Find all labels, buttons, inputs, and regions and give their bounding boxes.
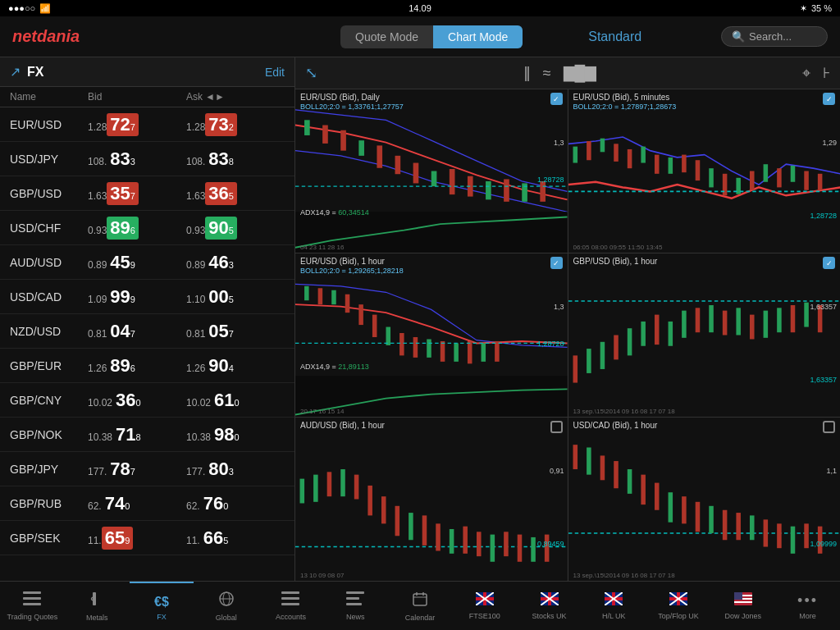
nav-item-calendar[interactable]: Calendar: [388, 582, 453, 630]
svg-rect-9: [450, 169, 455, 194]
nav-item-metals[interactable]: Metals: [65, 582, 130, 630]
fx-ask-price: 1.26 904: [186, 354, 285, 377]
mode-switcher: Quote Mode Chart Mode: [340, 25, 523, 48]
svg-rect-25: [668, 158, 673, 174]
expand-icon[interactable]: ⤡: [305, 64, 317, 82]
fx-row-gbp-eur[interactable]: GBP/EUR 1.26 896 1.26 904: [0, 349, 294, 383]
nav-item-dow-jones[interactable]: Dow Jones: [710, 582, 775, 630]
svg-rect-58: [573, 355, 578, 382]
chart-cell-1[interactable]: EUR/USD (Bid), 5 minutes BOLL20;2:0 = 1,…: [568, 89, 841, 253]
nav-item-topflop-uk[interactable]: Top/Flop UK: [646, 582, 711, 630]
bluetooth-icon: ✶: [800, 3, 807, 14]
chart-cell-4[interactable]: AUD/USD (Bid), 1 hour 0,91 0,89459 13 10…: [295, 418, 568, 581]
fx-bid-price: 62. 740: [88, 492, 186, 515]
fx-panel-title: FX: [27, 65, 43, 80]
chart-cell-3[interactable]: GBP/USD (Bid), 1 hour ✓ 1,63357 1,63357 …: [568, 253, 841, 417]
svg-rect-68: [709, 305, 714, 332]
svg-rect-62: [627, 328, 632, 355]
fx-row-gbp-jpy[interactable]: GBP/JPY 177. 787 177. 803: [0, 452, 294, 486]
nav-icon-accounts: [281, 591, 299, 610]
svg-rect-102: [600, 455, 605, 480]
svg-rect-91: [463, 527, 468, 554]
crosshair-icon[interactable]: ⌖: [802, 65, 810, 82]
header: netdania Quote Mode Chart Mode Standard …: [0, 16, 840, 57]
svg-rect-36: [817, 174, 822, 190]
nav-item-hl-uk[interactable]: H/L UK: [582, 582, 646, 630]
svg-rect-73: [777, 308, 782, 332]
nav-item-more[interactable]: ••• More: [775, 582, 840, 630]
svg-rect-33: [777, 168, 782, 187]
svg-rect-60: [600, 342, 605, 369]
svg-rect-46: [399, 333, 404, 355]
nav-label-metals: Metals: [86, 614, 108, 622]
fx-row-gbp-cny[interactable]: GBP/CNY 10.02 360 10.02 610: [0, 383, 294, 418]
signal-icon: ●●●○○: [8, 3, 35, 13]
chart-checkbox-4[interactable]: [550, 421, 563, 433]
chart-mode-button[interactable]: Chart Mode: [433, 25, 523, 48]
fx-panel-header: ↗ FX Edit: [0, 57, 294, 87]
chart-level-0: 1,28728: [537, 176, 564, 184]
nav-item-fx[interactable]: €$ FX: [130, 582, 194, 630]
svg-rect-63: [641, 322, 646, 346]
svg-rect-129: [346, 591, 364, 594]
fx-row-gbp-usd[interactable]: GBP/USD 1.63 357 1.63 365: [0, 176, 294, 211]
chart-checkbox-5[interactable]: [823, 421, 835, 433]
svg-rect-94: [504, 532, 509, 556]
chart-checkbox-0[interactable]: ✓: [550, 93, 563, 105]
fx-row-usd-jpy[interactable]: USD/JPY 108. 833 108. 838: [0, 142, 294, 176]
quote-mode-button[interactable]: Quote Mode: [340, 25, 433, 48]
status-right: ✶ 35 %: [800, 3, 832, 14]
svg-rect-160: [734, 592, 742, 600]
fx-row-usd-chf[interactable]: USD/CHF 0.93 896 0.93 905: [0, 211, 294, 245]
svg-rect-121: [23, 603, 41, 605]
fx-row-gbp-nok[interactable]: GBP/NOK 10.38 718 10.38 980: [0, 418, 294, 452]
search-bar[interactable]: 🔍 Search...: [721, 26, 828, 47]
svg-rect-59: [587, 349, 591, 373]
chart-checkbox-3[interactable]: ✓: [823, 257, 835, 269]
svg-rect-23: [641, 147, 646, 163]
fx-row-nzd-usd[interactable]: NZD/USD 0.81 047 0.81 057: [0, 314, 294, 349]
fx-row-aud-usd[interactable]: AUD/USD 0.89 459 0.89 463: [0, 245, 294, 280]
svg-rect-106: [654, 483, 659, 510]
nav-icon-more: •••: [797, 592, 818, 609]
svg-rect-108: [682, 496, 687, 523]
svg-rect-67: [695, 308, 700, 332]
nav-item-accounts[interactable]: Accounts: [258, 582, 323, 630]
nav-item-stocks-uk[interactable]: Stocks UK: [517, 582, 582, 630]
grid-icon[interactable]: ⊦: [823, 64, 830, 82]
fx-rows: EUR/USD 1.28 727 1.28 732 USD/JPY 108. 8…: [0, 107, 294, 555]
svg-rect-5: [377, 145, 382, 167]
histogram-icon[interactable]: ▇█▇: [564, 64, 597, 82]
chart-cell-5[interactable]: USD/CAD (Bid), 1 hour 1,1 1,09999 13 sep…: [568, 418, 841, 581]
fx-row-usd-cad[interactable]: USD/CAD 1.09 999 1.10 005: [0, 280, 294, 314]
fx-row-eur-usd[interactable]: EUR/USD 1.28 727 1.28 732: [0, 107, 294, 142]
nav-item-global[interactable]: Global: [194, 582, 258, 630]
chart-cell-2[interactable]: EUR/USD (Bid), 1 hour BOLL20;2:0 = 1,292…: [295, 253, 568, 417]
bottom-nav: Trading Quotes Metals €$ FX Global Accou…: [0, 581, 840, 630]
svg-rect-29: [722, 174, 727, 196]
svg-rect-42: [345, 294, 350, 313]
fx-row-gbp-sek[interactable]: GBP/SEK 11. 659 11. 665: [0, 521, 294, 555]
svg-rect-48: [427, 339, 431, 357]
nav-item-ftse100[interactable]: FTSE100: [452, 582, 517, 630]
chart-checkbox-2[interactable]: ✓: [550, 257, 563, 269]
nav-icon-news: [346, 591, 364, 610]
chart-level-5: 1,09999: [810, 540, 837, 548]
line-chart-icon[interactable]: ≈: [543, 65, 551, 82]
nav-item-news[interactable]: News: [323, 582, 388, 630]
nav-item-trading-quotes[interactable]: Trading Quotes: [0, 582, 65, 630]
svg-rect-19: [587, 141, 591, 160]
svg-rect-27: [695, 160, 700, 180]
fx-pair-name: GBP/SEK: [10, 532, 88, 545]
chart-right-label-2: 1,3: [554, 303, 564, 311]
chart-checkbox-1[interactable]: ✓: [823, 93, 835, 105]
nav-label-calendar: Calendar: [405, 614, 436, 622]
chart-cell-0[interactable]: EUR/USD (Bid), Daily BOLL20;2:0 = 1,3376…: [295, 89, 568, 253]
bar-chart-icon[interactable]: ‖: [523, 64, 531, 82]
nav-label-hl-uk: H/L UK: [602, 612, 626, 620]
svg-rect-7: [413, 163, 419, 184]
fx-row-gbp-rub[interactable]: GBP/RUB 62. 740 62. 760: [0, 486, 294, 521]
svg-rect-40: [318, 288, 323, 304]
col-bid: Bid: [88, 91, 186, 103]
fx-edit-button[interactable]: Edit: [265, 66, 285, 79]
